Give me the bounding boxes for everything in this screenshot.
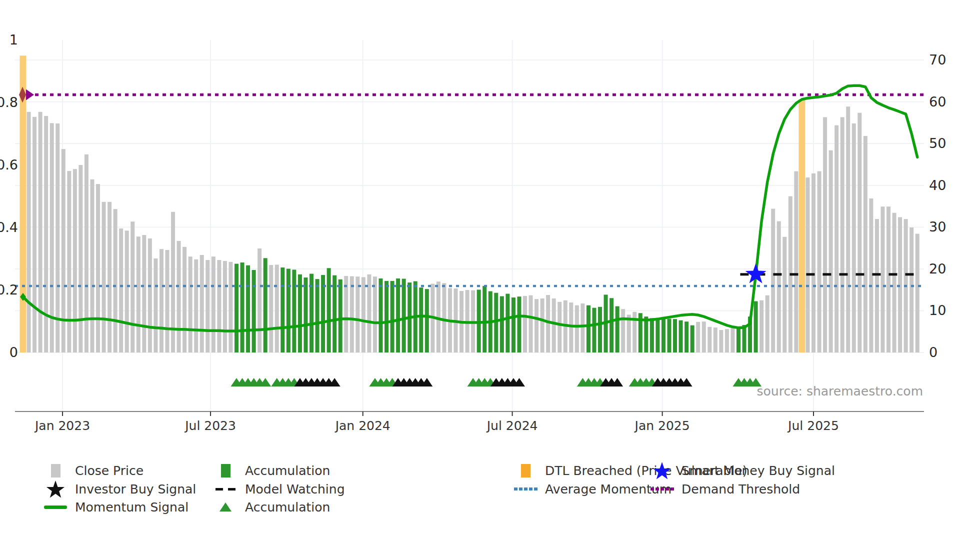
price-bar [812,174,816,352]
price-bar [806,178,810,352]
price-bar [73,169,77,352]
accumulation-bar [384,281,388,352]
right-axis-tick-label: 30 [929,219,946,234]
accumulation-bar [280,268,284,352]
price-bar [114,209,118,352]
price-bar [696,322,700,352]
price-bar [182,247,186,352]
accumulation-bar [754,302,758,353]
price-bar [829,150,833,352]
accumulation-bar [264,258,268,352]
left-axis-tick-label: 0.8 [0,94,18,110]
x-axis-tick-label: Jul 2024 [486,418,538,433]
price-bar [344,276,348,352]
price-bar [212,256,216,352]
accumulation-bar [396,278,400,352]
price-bar [373,276,377,352]
left-axis-tick-label: 1 [10,32,18,48]
accumulation-bar [246,266,250,352]
price-bar [840,117,844,352]
price-bar [766,296,770,352]
price-bar [858,113,862,352]
accumulation-bar [316,279,320,352]
price-bar [166,250,170,352]
price-bar [916,234,920,353]
price-bar [67,171,71,352]
accumulation-bar [690,326,694,352]
price-bar [730,328,734,352]
price-bar [119,228,123,352]
accumulation-bar [650,318,654,352]
accumulation-bar [252,270,256,352]
price-bar [719,330,723,352]
accumulation-bar [673,319,677,352]
x-axis-tick-label: Jul 2023 [184,418,236,433]
accumulation-bar [234,264,238,353]
price-bar [32,117,36,352]
price-bar [725,329,729,352]
price-bar [171,212,175,352]
price-bar [823,117,827,352]
accumulation-bar [286,269,290,353]
accumulation-bar [736,327,740,352]
demand-threshold-arrow-icon [26,89,34,100]
price-bar [258,248,262,352]
accumulation-bar [390,281,394,352]
price-bar [90,180,94,352]
chart-canvas: Jan 2023Jul 2023Jan 2024Jul 2024Jan 2025… [0,0,980,551]
x-axis-tick-label: Jan 2025 [634,418,690,433]
accumulation-bar [517,296,521,352]
source-note: source: sharemaestro.com [757,384,924,398]
accumulation-bar [656,319,660,352]
price-bar [523,296,527,352]
accumulation-bar [304,278,308,352]
left-axis-tick-label: 0.4 [0,220,18,235]
price-bar [529,296,533,352]
accumulation-bar [662,318,666,352]
accumulation-bar [327,268,331,352]
price-bar [142,235,146,352]
close-price-bars [20,56,920,352]
accumulation-bar [667,319,671,353]
price-bar [846,106,850,352]
price-bar [580,304,584,352]
x-axis-tick-label: Jan 2023 [34,418,90,433]
price-bar [892,213,896,352]
price-bar [552,298,556,352]
price-bar [760,300,764,352]
price-bar [621,309,625,352]
accumulation-bar [482,286,486,352]
accumulation-bar [419,288,423,352]
price-bar [910,228,914,352]
accumulation-bar [425,289,429,352]
right-axis-tick-label: 60 [929,94,946,110]
price-bar [125,230,129,352]
price-bar [818,172,822,353]
signal-triangles [230,378,762,386]
price-bar [886,206,890,352]
accumulation-bar [298,274,302,352]
price-bar [864,136,868,352]
sharemaestro-momentum-chart: Jan 2023Jul 2023Jan 2024Jul 2024Jan 2025… [0,0,980,551]
accumulation-bar [494,293,498,352]
price-bar [771,209,775,353]
price-bar [223,261,227,352]
dtl-breached-bar [798,100,805,352]
accumulation-bar [684,322,688,352]
price-bar [148,238,152,352]
price-bar [102,202,106,352]
accumulation-bar [598,307,602,352]
accumulation-bar [338,280,342,352]
price-bar [194,260,198,352]
price-bar [154,258,158,352]
accumulation-bar [644,316,648,352]
price-bar [96,184,100,352]
price-bar [794,172,798,353]
price-bar [442,283,446,352]
accumulation-bar [616,306,620,353]
accumulation-bar [292,270,296,352]
accumulation-bar [586,306,590,352]
price-bar [78,165,82,352]
price-bar [188,256,192,352]
accumulation-bar [512,298,516,352]
